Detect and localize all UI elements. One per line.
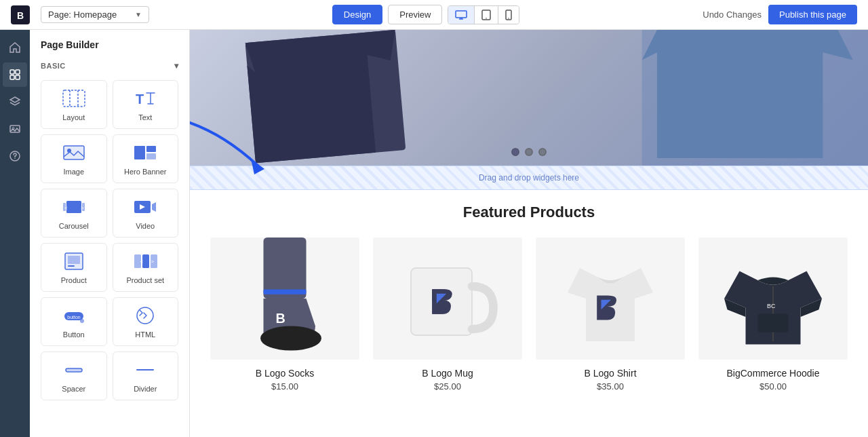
svg-rect-17 bbox=[63, 90, 85, 107]
page-selector-chevron-icon: ▼ bbox=[135, 11, 142, 18]
widget-product-label: Product bbox=[61, 276, 87, 284]
widget-image-label: Image bbox=[63, 168, 84, 176]
desktop-view-button[interactable] bbox=[448, 6, 475, 24]
drop-zone-text: Drag and drop widgets here bbox=[479, 173, 579, 183]
svg-rect-65 bbox=[758, 314, 789, 332]
divider-icon bbox=[132, 359, 159, 381]
widget-hero-banner[interactable]: Hero Banner bbox=[113, 134, 179, 183]
svg-point-6 bbox=[486, 18, 488, 19]
hero-area bbox=[190, 30, 868, 166]
widget-video-label: Video bbox=[136, 222, 155, 230]
hero-dot-3[interactable] bbox=[538, 148, 547, 156]
svg-text:T: T bbox=[136, 92, 144, 107]
svg-text:B: B bbox=[276, 311, 285, 326]
widget-html[interactable]: HTML bbox=[113, 297, 179, 346]
widget-grid: Layout T Text bbox=[30, 75, 189, 406]
svg-rect-10 bbox=[16, 70, 20, 74]
svg-point-45 bbox=[80, 319, 84, 323]
widget-product-set-label: Product set bbox=[126, 276, 164, 284]
basic-label: BASIC bbox=[41, 62, 66, 70]
icon-bar-widgets[interactable] bbox=[3, 62, 27, 87]
widget-image[interactable]: Image bbox=[41, 134, 107, 183]
widget-text-label: Text bbox=[138, 113, 152, 121]
basic-section-chevron-icon: ▾ bbox=[174, 61, 179, 71]
product-image-socks: B bbox=[210, 238, 359, 360]
svg-rect-57 bbox=[264, 290, 307, 294]
svg-text:<: < bbox=[140, 259, 144, 265]
canvas-area: Drag and drop widgets here Featured Prod… bbox=[190, 30, 868, 437]
layout-icon bbox=[60, 88, 87, 109]
product-image-mug bbox=[373, 238, 522, 360]
video-icon bbox=[132, 196, 159, 218]
product-price-mug: $25.00 bbox=[434, 381, 461, 392]
icon-bar-home[interactable] bbox=[3, 35, 27, 60]
widget-layout-label: Layout bbox=[62, 113, 85, 121]
svg-text:BC: BC bbox=[767, 303, 776, 309]
hero-dot-2[interactable] bbox=[525, 148, 533, 156]
topbar-center: Design Preview bbox=[157, 5, 694, 24]
icon-bar-media[interactable] bbox=[3, 117, 27, 141]
view-toggle-group bbox=[448, 5, 519, 24]
widget-carousel[interactable]: < > Carousel bbox=[41, 189, 107, 238]
product-name-mug: B Logo Mug bbox=[422, 368, 473, 379]
tablet-view-button[interactable] bbox=[475, 6, 498, 24]
product-image-shirt bbox=[536, 238, 685, 360]
widget-spacer[interactable]: Spacer bbox=[41, 352, 107, 400]
widget-button[interactable]: button Button bbox=[41, 297, 107, 346]
widget-divider[interactable]: Divider bbox=[113, 352, 179, 400]
preview-mode-button[interactable]: Preview bbox=[388, 5, 442, 24]
sidebar-basic-section[interactable]: BASIC ▾ bbox=[30, 57, 189, 75]
svg-rect-11 bbox=[10, 75, 14, 79]
design-mode-button[interactable]: Design bbox=[332, 5, 382, 24]
widget-layout[interactable]: Layout bbox=[41, 80, 107, 129]
svg-rect-39 bbox=[142, 254, 149, 268]
product-price-socks: $15.00 bbox=[271, 381, 298, 392]
icon-bar-layers[interactable] bbox=[3, 90, 27, 114]
widget-product-set[interactable]: < > Product set bbox=[113, 243, 179, 292]
hero-banner-icon bbox=[132, 142, 159, 164]
svg-marker-53 bbox=[642, 30, 853, 158]
carousel-icon: < > bbox=[60, 196, 87, 218]
svg-text:>: > bbox=[151, 259, 155, 265]
product-card-shirt: B Logo Shirt $35.00 bbox=[536, 238, 685, 392]
widget-video[interactable]: Video bbox=[113, 189, 179, 238]
product-card-hoodie: BC BigCommerce Hoodie $50.00 bbox=[698, 238, 848, 392]
mobile-view-button[interactable] bbox=[498, 6, 519, 24]
product-card-socks: B B Logo Socks $15.00 bbox=[210, 238, 359, 392]
product-price-shirt: $35.00 bbox=[597, 381, 624, 392]
icon-bar-help[interactable] bbox=[3, 144, 27, 168]
svg-text:<: < bbox=[64, 205, 68, 211]
widget-button-label: Button bbox=[63, 330, 85, 339]
image-icon bbox=[60, 142, 87, 164]
topbar-right: Undo Changes Publish this page bbox=[703, 5, 857, 24]
sidebar: Page Builder BASIC ▾ Layout bbox=[30, 30, 190, 437]
text-icon: T bbox=[132, 88, 159, 109]
undo-changes-button[interactable]: Undo Changes bbox=[703, 10, 762, 20]
svg-point-16 bbox=[14, 158, 16, 159]
spacer-icon bbox=[60, 359, 87, 381]
svg-rect-21 bbox=[64, 146, 84, 159]
product-image-hoodie: BC bbox=[698, 238, 848, 360]
featured-section: Featured Products bbox=[190, 190, 868, 412]
widget-spacer-label: Spacer bbox=[62, 385, 85, 393]
product-price-hoodie: $50.00 bbox=[760, 381, 787, 392]
hero-dot-1[interactable] bbox=[511, 148, 519, 156]
svg-rect-24 bbox=[134, 146, 145, 159]
svg-rect-9 bbox=[10, 70, 14, 74]
widget-product[interactable]: Product bbox=[41, 243, 107, 292]
svg-rect-25 bbox=[146, 146, 156, 152]
svg-rect-26 bbox=[146, 153, 156, 159]
product-set-icon: < > bbox=[132, 250, 159, 272]
widget-carousel-label: Carousel bbox=[59, 222, 89, 230]
svg-rect-36 bbox=[68, 256, 80, 264]
widget-hero-banner-label: Hero Banner bbox=[124, 168, 166, 176]
featured-title: Featured Products bbox=[210, 204, 848, 221]
publish-button[interactable]: Publish this page bbox=[768, 5, 857, 24]
sidebar-title: Page Builder bbox=[30, 30, 189, 57]
widget-divider-label: Divider bbox=[134, 385, 157, 393]
svg-rect-27 bbox=[66, 201, 81, 213]
page-selector[interactable]: Page: Homepage ▼ bbox=[41, 6, 149, 23]
widget-text[interactable]: T Text bbox=[113, 80, 179, 129]
svg-rect-2 bbox=[456, 11, 467, 18]
product-name-socks: B Logo Socks bbox=[256, 368, 314, 379]
